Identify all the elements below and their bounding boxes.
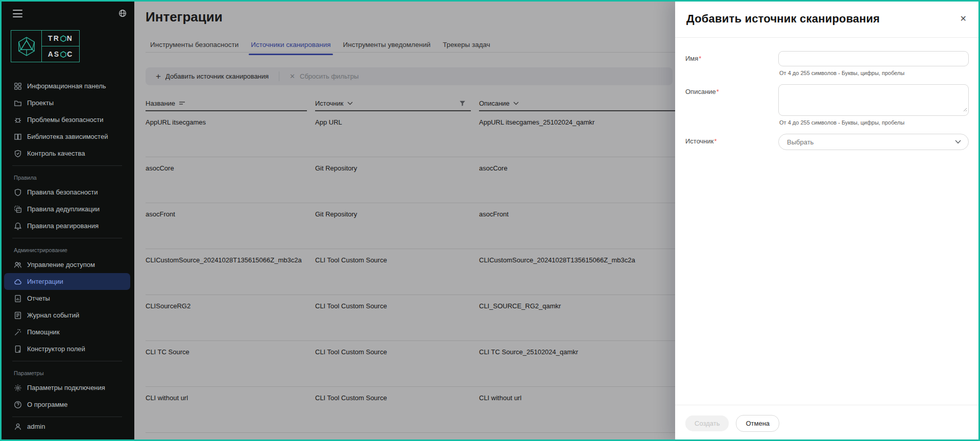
brand-line-tron: TRN — [42, 31, 79, 46]
sidebar-nav: Информационная панель Проекты Проблемы б… — [0, 78, 134, 421]
hexagon-o-icon — [60, 51, 66, 58]
sidebar: TRN ASC Информационная панель Проекты Пр… — [0, 0, 134, 441]
sidebar-item-label: О программе — [27, 401, 68, 408]
brand-logo: TRN ASC — [11, 30, 80, 62]
question-icon — [14, 401, 22, 409]
section-label-rules: Правила — [0, 169, 134, 184]
source-field-label: Источник* — [685, 134, 778, 150]
modal-scrim[interactable] — [134, 0, 675, 441]
sidebar-item-label: Проблемы безопасности — [27, 116, 104, 124]
close-icon[interactable]: ✕ — [958, 13, 969, 25]
sidebar-item-integrations[interactable]: Интеграции — [4, 273, 130, 290]
form-group-name: Имя* От 4 до 255 символов - Буквы, цифры… — [685, 51, 969, 76]
sidebar-item-connection-settings[interactable]: Параметры подключения — [0, 379, 134, 396]
add-scan-source-drawer: Добавить источник сканирования ✕ Имя* От… — [675, 0, 980, 441]
drawer-footer: Создать Отмена — [675, 405, 980, 441]
sidebar-item-about[interactable]: О программе — [0, 396, 134, 413]
gear-icon — [14, 384, 22, 392]
required-asterisk: * — [699, 55, 701, 62]
divider — [12, 238, 122, 238]
form-group-description: Описание* От 4 до 255 символов - Буквы, … — [685, 84, 969, 126]
sidebar-item-security-issues[interactable]: Проблемы безопасности — [0, 111, 134, 128]
sidebar-item-label: Конструктор полей — [27, 345, 85, 353]
sidebar-item-label: Отчеты — [27, 295, 50, 302]
sidebar-item-label: Помощник — [27, 328, 60, 336]
sidebar-item-assistant[interactable]: Помощник — [0, 324, 134, 340]
sidebar-item-label: Параметры подключения — [27, 384, 105, 391]
sidebar-item-label: Проекты — [27, 99, 54, 107]
sidebar-item-field-builder[interactable]: Конструктор полей — [0, 340, 134, 357]
username: admin — [27, 423, 45, 430]
app-window: TRN ASC Информационная панель Проекты Пр… — [0, 0, 980, 441]
name-field-hint: От 4 до 255 символов - Буквы, цифры, про… — [778, 70, 969, 76]
wand-icon — [14, 328, 22, 336]
sidebar-item-label: Управление доступом — [27, 261, 95, 268]
divider — [12, 165, 122, 166]
description-field-label: Описание* — [685, 84, 778, 126]
create-button[interactable]: Создать — [685, 415, 729, 431]
user-menu[interactable]: admin — [0, 418, 134, 435]
source-select[interactable]: Выбрать — [778, 134, 969, 150]
sidebar-item-dashboard[interactable]: Информационная панель — [0, 78, 134, 94]
sidebar-item-security-rules[interactable]: Правила безопасности — [0, 184, 134, 201]
dashboard-icon — [14, 82, 22, 90]
sidebar-item-dependency-library[interactable]: Библиотека зависимостей — [0, 128, 134, 145]
user-icon — [14, 423, 22, 431]
required-asterisk: * — [716, 88, 719, 95]
shield-icon — [14, 188, 22, 197]
sidebar-item-label: Журнал событий — [27, 311, 79, 319]
sidebar-item-response-rules[interactable]: Правила реагирования — [0, 217, 134, 234]
sidebar-item-label: Библиотека зависимостей — [27, 133, 108, 140]
drawer-body: Имя* От 4 до 255 символов - Буквы, цифры… — [675, 38, 980, 150]
source-select-placeholder: Выбрать — [787, 138, 814, 146]
shield-check-icon — [14, 150, 22, 158]
section-label-parameters: Параметры — [0, 365, 134, 379]
required-asterisk: * — [714, 137, 717, 145]
hexagon-o-icon — [60, 35, 66, 42]
sidebar-item-reports[interactable]: Отчеты — [0, 290, 134, 307]
drawer-header: Добавить источник сканирования ✕ — [675, 0, 980, 38]
journal-icon — [14, 311, 22, 320]
polyhedron-logo-icon — [11, 31, 42, 62]
brand-line-asoc: ASC — [42, 46, 79, 62]
divider — [12, 416, 122, 417]
dedup-icon — [14, 205, 22, 213]
bug-icon — [14, 116, 22, 124]
sidebar-item-dedup-rules[interactable]: Правила дедупликации — [0, 201, 134, 217]
drawer-title: Добавить источник сканирования — [686, 12, 880, 26]
description-field-hint: От 4 до 255 символов - Буквы, цифры, про… — [778, 119, 969, 126]
divider — [12, 361, 122, 361]
sidebar-item-projects[interactable]: Проекты — [0, 94, 134, 111]
users-icon — [14, 261, 22, 269]
hamburger-menu-icon[interactable] — [13, 10, 22, 17]
cancel-button[interactable]: Отмена — [736, 415, 779, 432]
sidebar-item-event-log[interactable]: Журнал событий — [0, 307, 134, 324]
bell-icon — [14, 222, 22, 230]
field-builder-icon — [14, 345, 22, 353]
sidebar-item-label: Правила дедупликации — [27, 205, 100, 213]
folder-icon — [14, 99, 22, 107]
sidebar-item-label: Контроль качества — [27, 150, 85, 157]
sidebar-item-access-management[interactable]: Управление доступом — [0, 256, 134, 273]
sidebar-item-label: Информационная панель — [27, 82, 106, 90]
name-field-label: Имя* — [685, 51, 778, 76]
globe-icon[interactable] — [118, 9, 127, 19]
form-group-source: Источник* Выбрать — [685, 134, 969, 150]
sidebar-item-label: Правила реагирования — [27, 222, 99, 230]
sidebar-item-label: Интеграции — [27, 278, 63, 285]
section-label-administration: Администрирование — [0, 242, 134, 256]
sidebar-item-quality-control[interactable]: Контроль качества — [0, 145, 134, 162]
name-input[interactable] — [778, 51, 969, 66]
chevron-down-icon — [955, 140, 961, 144]
sidebar-item-label: Правила безопасности — [27, 188, 98, 196]
report-icon — [14, 295, 22, 303]
book-icon — [14, 133, 22, 141]
description-textarea[interactable] — [778, 84, 969, 116]
integration-icon — [14, 278, 22, 286]
